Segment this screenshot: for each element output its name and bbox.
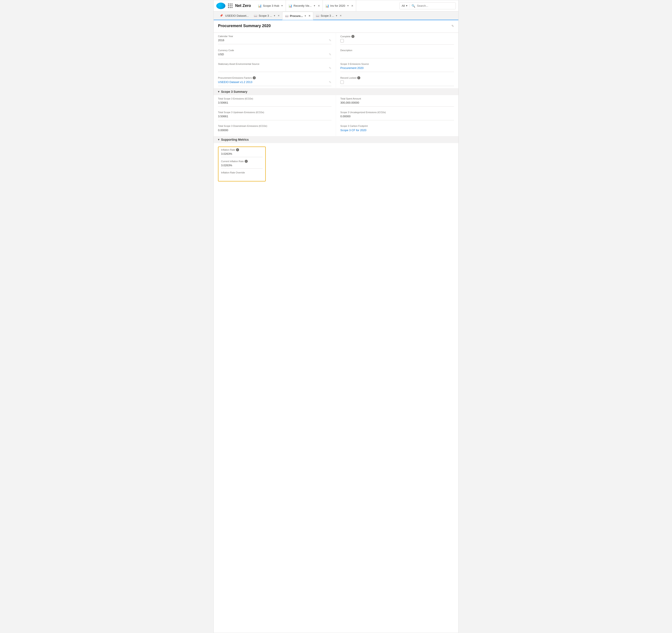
scope3-emissions-source-field: Scope 3 Emissions Source Procurement 202… [336, 60, 458, 74]
procure-close-icon[interactable]: ✕ [309, 15, 310, 17]
top-fields-grid: Calendar Year 2016 ✎ Complete i [214, 33, 458, 88]
scope3-1-chevron-icon: ▼ [273, 15, 276, 17]
calendar-year-edit-icon[interactable]: ✎ [329, 39, 332, 42]
calendar-year-value: 2016 ✎ [218, 38, 332, 44]
nav-tab-scope3hub[interactable]: 📊 Scope 3 Hub ▼ [255, 0, 286, 11]
scope3hub-tab-label: Scope 3 Hub [263, 4, 279, 7]
stationary-asset-value: ✎ [218, 66, 332, 72]
scope3-summary-section-header[interactable]: ▾ Scope 3 Summary [214, 88, 458, 95]
description-value [340, 52, 454, 58]
scope3-emissions-source-link[interactable]: Procurement 2020 [340, 66, 363, 70]
top-navigation: Net Zero 📊 Scope 3 Hub ▼ 📊 Recently Vie.… [214, 0, 458, 11]
stationary-asset-label: Stationary Asset Environmental Source [218, 62, 332, 65]
current-inflation-rate-info-icon: i [245, 160, 248, 163]
uncategorized-emissions-field: Scope 3 Uncategorized Emissions (tCO2e) … [336, 109, 458, 123]
total-spent-amount-field: Total Spent Amount 300,000.00000 [336, 95, 458, 109]
total-spent-amount-value: 300,000.00000 [340, 101, 454, 107]
scope3-2-tab-label: Scope 3 ... [320, 14, 334, 17]
upstream-emissions-label: Total Scope 3 Upstream Emissions (tCO2e) [218, 111, 332, 113]
scope3-2-chevron-icon: ▼ [335, 15, 337, 17]
scope3-cf-link[interactable]: Scope 3 CF for 2020 [340, 129, 366, 132]
currency-code-value: USD ✎ [218, 52, 332, 58]
procurement-factors-edit-icon[interactable]: ✎ [329, 80, 332, 84]
complete-label: Complete i [340, 35, 454, 38]
current-inflation-rate-label: Current Inflation Rate i [221, 160, 263, 163]
currency-code-label: Currency Code [218, 49, 332, 52]
stationary-asset-edit-icon[interactable]: ✎ [329, 66, 332, 70]
record-locked-info-icon: i [357, 76, 360, 79]
inv2020-close-icon[interactable]: ✕ [351, 4, 353, 7]
inv2020-chevron-icon: ▼ [347, 4, 349, 7]
currency-code-edit-icon[interactable]: ✎ [329, 53, 332, 56]
nav-tab-recently-viewed[interactable]: 📊 Recently Vie... ▼ ✕ [286, 0, 323, 11]
record-locked-field: Record Locked i [336, 74, 458, 88]
downstream-emissions-label: Total Scope 3 Downstream Emissions (tCO2… [218, 125, 332, 127]
current-inflation-rate-value: 3.0263% [221, 163, 263, 169]
stationary-asset-field: Stationary Asset Environmental Source ✎ [214, 60, 336, 74]
procurement-emissions-factors-field: Procurement Emissions Factors i USEEIO D… [214, 74, 336, 88]
title-edit-icon[interactable]: ✎ [451, 24, 454, 28]
scope3-2-tab-icon: 📖 [316, 14, 319, 17]
upstream-emissions-field: Total Scope 3 Upstream Emissions (tCO2e)… [214, 109, 336, 123]
scope3-summary-chevron-icon: ▾ [218, 90, 219, 93]
app-launcher-icon[interactable] [228, 3, 233, 8]
record-title-row: Procurement Summary 2020 ✎ [218, 24, 454, 28]
nav-tabs: 📊 Scope 3 Hub ▼ 📊 Recently Vie... ▼ ✕ 📊 … [255, 0, 397, 11]
inflation-rate-label: Inflation Rate i [221, 148, 263, 151]
scope3hub-tab-icon: 📊 [258, 4, 262, 7]
recently-viewed-tab-icon: 📊 [288, 4, 292, 7]
total-spent-amount-label: Total Spent Amount [340, 97, 454, 100]
procurement-emissions-factors-label: Procurement Emissions Factors i [218, 76, 332, 79]
inflation-rate-override-label: Inflation Rate Override [221, 171, 263, 174]
inflation-rate-info-icon: i [236, 148, 239, 151]
recently-viewed-tab-label: Recently Vie... [293, 4, 312, 7]
record-locked-label: Record Locked i [340, 76, 454, 79]
nav-tab-inv-2020[interactable]: 📊 Inv for 2020 ▼ ✕ [323, 0, 356, 11]
complete-field: Complete i [336, 33, 458, 47]
calendar-year-label: Calendar Year [218, 35, 332, 37]
complete-info-icon: i [352, 35, 355, 38]
procurement-factors-info-icon: i [253, 76, 256, 79]
procure-tab-label: Procure... [290, 14, 303, 18]
inflation-rate-override-field: Inflation Rate Override [218, 170, 265, 181]
sub-tab-procure[interactable]: 📖 Procure... ▼ ✕ [282, 12, 313, 20]
salesforce-logo [216, 3, 225, 9]
supporting-metrics-section-header[interactable]: ▾ Supporting Metrics [214, 136, 458, 143]
complete-value [340, 39, 454, 45]
calendar-year-field: Calendar Year 2016 ✎ [214, 33, 336, 47]
record-locked-checkbox[interactable] [340, 80, 344, 84]
search-dropdown-label: All [402, 4, 405, 7]
scope3-2-close-icon[interactable]: ✕ [340, 14, 342, 17]
supporting-metrics-chevron-icon: ▾ [218, 138, 219, 141]
uncategorized-emissions-value: 0.00000 [340, 114, 454, 120]
total-scope3-emissions-value: 3.50661 [218, 101, 332, 107]
sub-tab-scope3-2[interactable]: 📖 Scope 3 ... ▼ ✕ [313, 11, 344, 20]
procure-tab-icon: 📖 [285, 14, 288, 18]
scope3-1-close-icon[interactable]: ✕ [278, 14, 280, 17]
sub-tab-useeio[interactable]: 📌 USEEIO Dataset... [217, 11, 251, 20]
carbon-footprint-label: Scope 3 Carbon Footprint [340, 125, 454, 127]
inflation-rate-value: 3.0263% [221, 152, 263, 157]
total-scope3-emissions-label: Total Scope 3 Emissions (tCO2e) [218, 97, 332, 100]
scope3-emissions-source-label: Scope 3 Emissions Source [340, 62, 454, 65]
uncategorized-emissions-label: Scope 3 Uncategorized Emissions (tCO2e) [340, 111, 454, 113]
downstream-emissions-field: Total Scope 3 Downstream Emissions (tCO2… [214, 123, 336, 136]
procure-chevron-icon: ▼ [304, 15, 306, 17]
sub-tab-scope3-1[interactable]: 📖 Scope 3 ... ▼ ✕ [251, 11, 282, 20]
search-dropdown[interactable]: All ▼ [402, 4, 410, 7]
scope3-summary-title: Scope 3 Summary [221, 90, 247, 94]
procurement-emissions-factors-value: USEEIO Dataset v1.2 2013 ✎ [218, 80, 332, 86]
complete-checkbox[interactable] [340, 39, 344, 43]
search-bar: All ▼ 🔍 [399, 2, 456, 9]
recently-viewed-close-icon[interactable]: ✕ [318, 4, 320, 7]
search-magnifier-icon: 🔍 [411, 4, 415, 7]
inv2020-tab-icon: 📊 [326, 4, 329, 7]
total-scope3-emissions-field: Total Scope 3 Emissions (tCO2e) 3.50661 [214, 95, 336, 109]
inflation-rate-override-value [221, 175, 263, 180]
useeio-dataset-link[interactable]: USEEIO Dataset v1.2 2013 [218, 80, 252, 84]
current-inflation-rate-field: Current Inflation Rate i 3.0263% [218, 158, 265, 170]
supporting-metrics-title: Supporting Metrics [221, 138, 249, 141]
downstream-emissions-value: 0.00000 [218, 128, 332, 134]
currency-code-field: Currency Code USD ✎ [214, 47, 336, 60]
search-input[interactable] [417, 4, 453, 7]
